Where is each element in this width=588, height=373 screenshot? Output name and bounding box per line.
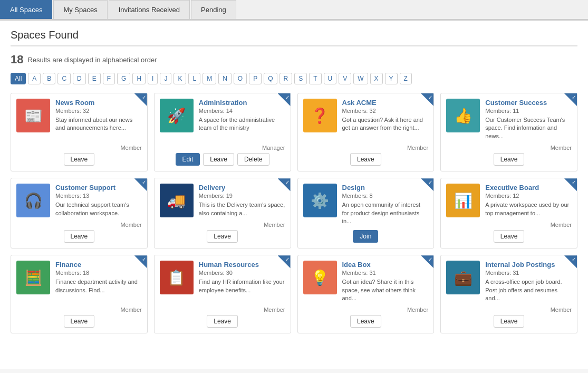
join-button[interactable]: Join	[353, 230, 378, 243]
space-card: 📋Human ResourcesMembers: 30Find any HR i…	[154, 255, 291, 333]
alpha-btn-y[interactable]: Y	[385, 73, 398, 84]
card-footer: MemberLeave	[446, 222, 572, 243]
space-members: Members: 18	[55, 270, 142, 276]
card-footer: MemberLeave	[446, 307, 572, 328]
card-top: 💼Internal Job PostingsMembers: 31A cross…	[446, 261, 572, 302]
card-info: Executive BoardMembers: 12A private work…	[485, 184, 572, 217]
space-description: Got a question? Ask it here and get an a…	[342, 116, 429, 132]
card-actions: Leave	[446, 153, 572, 166]
leave-button[interactable]: Leave	[494, 153, 525, 166]
space-title[interactable]: Administration	[199, 99, 285, 107]
card-top: 🚚DeliveryMembers: 19This is the Delivery…	[160, 184, 285, 217]
leave-button[interactable]: Leave	[350, 315, 381, 328]
space-icon: 📋	[160, 261, 194, 294]
card-footer: MemberLeave	[303, 307, 429, 328]
tab-my-spaces[interactable]: My Spaces	[53, 0, 107, 19]
space-card: 🎧Customer SupportMembers: 13Our technica…	[11, 178, 148, 248]
leave-button[interactable]: Leave	[64, 230, 95, 243]
space-members: Members: 12	[485, 193, 572, 199]
space-title[interactable]: Human Resources	[199, 261, 285, 269]
space-role: Member	[303, 307, 429, 313]
leave-button[interactable]: Leave	[494, 315, 525, 328]
space-description: A private workspace used by our top mana…	[485, 201, 572, 217]
space-title[interactable]: Design	[342, 184, 429, 192]
spaces-grid: 📰News RoomMembers: 32Stay informed about…	[11, 93, 577, 333]
alpha-btn-c[interactable]: C	[57, 73, 71, 84]
alpha-btn-t[interactable]: T	[309, 73, 321, 84]
alpha-btn-q[interactable]: Q	[264, 73, 277, 84]
card-actions: Join	[303, 230, 429, 243]
card-info: AdministrationMembers: 14A space for the…	[199, 99, 285, 132]
card-top: 🧮FinanceMembers: 18Finance department ac…	[16, 261, 142, 294]
alpha-btn-s[interactable]: S	[294, 73, 307, 84]
card-info: DesignMembers: 8An open community of int…	[342, 184, 429, 225]
space-description: Our Customer Success Team's space. Find …	[485, 116, 572, 140]
card-info: DeliveryMembers: 19This is the Delivery …	[199, 184, 285, 217]
space-title[interactable]: Ask ACME	[342, 99, 429, 107]
space-members: Members: 8	[342, 193, 429, 199]
alpha-btn-k[interactable]: K	[173, 73, 186, 84]
card-top: ❓Ask ACMEMembers: 32Got a question? Ask …	[303, 99, 429, 132]
tab-pending[interactable]: Pending	[191, 0, 236, 19]
space-title[interactable]: Executive Board	[485, 184, 572, 192]
alpha-btn-p[interactable]: P	[249, 73, 262, 84]
alpha-btn-m[interactable]: M	[203, 73, 216, 84]
delete-button[interactable]: Delete	[237, 153, 269, 166]
alpha-btn-d[interactable]: D	[73, 73, 86, 84]
space-role: Member	[446, 222, 572, 228]
space-icon: 💼	[446, 261, 480, 294]
results-bar: 18 Results are displayed in alphabetical…	[11, 53, 577, 66]
alpha-btn-x[interactable]: X	[370, 73, 383, 84]
card-actions: Leave	[303, 153, 429, 166]
alpha-btn-f[interactable]: F	[103, 73, 115, 84]
alpha-btn-i[interactable]: I	[148, 73, 158, 84]
card-footer: MemberLeave	[446, 145, 572, 166]
card-actions: Leave	[303, 315, 429, 328]
space-title[interactable]: Customer Support	[55, 184, 142, 192]
alpha-btn-all[interactable]: All	[11, 73, 26, 84]
alphabet-filter: All A B C D E F G H I J K L M N O P Q R …	[11, 73, 577, 84]
alpha-btn-o[interactable]: O	[234, 73, 247, 84]
space-title[interactable]: Idea Box	[342, 261, 429, 269]
space-icon: 📊	[446, 184, 480, 217]
leave-button[interactable]: Leave	[207, 230, 238, 243]
leave-button[interactable]: Leave	[64, 153, 95, 166]
alpha-btn-r[interactable]: R	[279, 73, 293, 84]
space-description: A cross-office open job board. Post job …	[485, 278, 572, 302]
leave-button[interactable]: Leave	[64, 315, 95, 328]
space-members: Members: 14	[199, 108, 285, 114]
space-title[interactable]: News Room	[55, 99, 142, 107]
space-description: Find any HR information like your employ…	[199, 278, 285, 294]
tab-all-spaces[interactable]: All Spaces	[0, 0, 52, 19]
space-members: Members: 30	[199, 270, 285, 276]
card-actions: Leave	[160, 230, 285, 243]
alpha-btn-g[interactable]: G	[117, 73, 130, 84]
alpha-btn-h[interactable]: H	[132, 73, 146, 84]
space-title[interactable]: Customer Success	[485, 99, 572, 107]
space-title[interactable]: Delivery	[199, 184, 285, 192]
space-icon: 🎧	[16, 184, 50, 217]
alpha-btn-u[interactable]: U	[324, 73, 337, 84]
alpha-btn-b[interactable]: B	[43, 73, 55, 84]
space-role: Member	[160, 222, 285, 228]
leave-button[interactable]: Leave	[203, 153, 234, 166]
alpha-btn-l[interactable]: L	[188, 73, 200, 84]
card-footer: MemberLeave	[160, 307, 285, 328]
alpha-btn-n[interactable]: N	[218, 73, 232, 84]
edit-button[interactable]: Edit	[176, 153, 200, 166]
alpha-btn-w[interactable]: W	[353, 73, 368, 84]
leave-button[interactable]: Leave	[350, 153, 381, 166]
alpha-btn-a[interactable]: A	[28, 73, 41, 84]
space-role: Manager	[160, 145, 285, 151]
space-icon: 🧮	[16, 261, 50, 294]
leave-button[interactable]: Leave	[207, 315, 238, 328]
space-icon: 📰	[16, 99, 50, 132]
tab-invitations-received[interactable]: Invitations Received	[109, 0, 190, 19]
space-title[interactable]: Finance	[55, 261, 142, 269]
alpha-btn-j[interactable]: J	[160, 73, 171, 84]
alpha-btn-v[interactable]: V	[339, 73, 351, 84]
leave-button[interactable]: Leave	[494, 230, 525, 243]
space-title[interactable]: Internal Job Postings	[485, 261, 572, 269]
alpha-btn-e[interactable]: E	[88, 73, 101, 84]
alpha-btn-z[interactable]: Z	[400, 73, 412, 84]
